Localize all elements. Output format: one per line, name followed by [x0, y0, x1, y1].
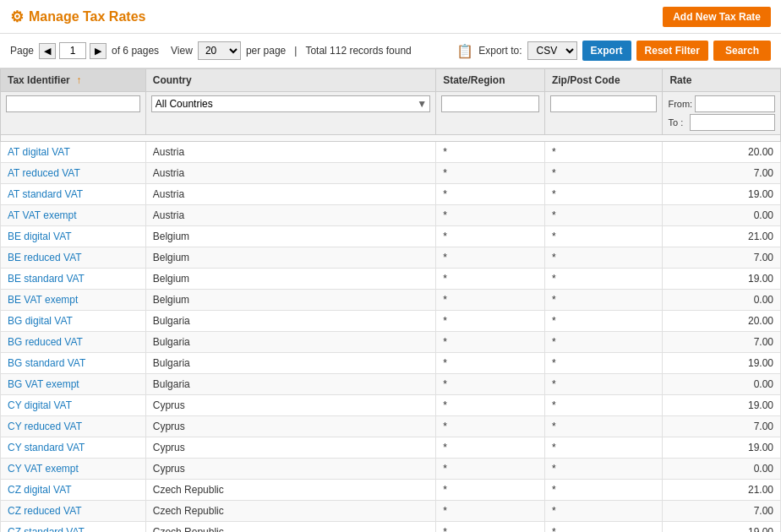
- filter-zip-input[interactable]: [550, 95, 658, 112]
- tax-identifier-link[interactable]: AT standard VAT: [8, 188, 83, 200]
- state-cell: *: [436, 437, 545, 459]
- col-tax-identifier[interactable]: Tax Identifier ↑: [1, 69, 146, 92]
- country-cell: Austria: [145, 163, 435, 184]
- tax-identifier-cell: BG reduced VAT: [1, 332, 146, 353]
- rate-cell: 20.00: [663, 142, 781, 163]
- tax-identifier-cell: BG standard VAT: [1, 353, 146, 374]
- zip-cell: *: [544, 437, 663, 459]
- toolbar-left: Page ◀ ▶ of 6 pages View 20 50 100 200 p…: [10, 41, 450, 60]
- export-label: Export to:: [478, 45, 522, 57]
- next-page-button[interactable]: ▶: [90, 43, 106, 59]
- rate-to-label: To :: [668, 117, 686, 128]
- tax-identifier-cell: BG digital VAT: [1, 311, 146, 332]
- tax-identifier-link[interactable]: BE standard VAT: [8, 273, 85, 285]
- filter-tax-identifier-input[interactable]: [6, 95, 140, 112]
- state-cell: *: [436, 480, 545, 501]
- col-state-region[interactable]: State/Region: [436, 69, 545, 92]
- reset-filter-button[interactable]: Reset Filter: [636, 41, 708, 61]
- tax-identifier-link[interactable]: AT digital VAT: [8, 146, 70, 158]
- zip-cell: *: [544, 311, 663, 332]
- tax-identifier-link[interactable]: BG VAT exempt: [8, 378, 79, 390]
- country-cell: Belgium: [145, 247, 435, 269]
- rate-cell: 7.00: [663, 163, 781, 184]
- country-cell: Belgium: [145, 269, 435, 290]
- page-nav: ◀ ▶: [39, 42, 106, 59]
- table-row: AT VAT exemptAustria**0.00: [1, 205, 781, 226]
- filter-state-input[interactable]: [441, 95, 539, 112]
- zip-cell: *: [544, 332, 663, 353]
- tax-identifier-link[interactable]: CZ digital VAT: [8, 484, 72, 496]
- page-header: ⚙ Manage Tax Rates Add New Tax Rate: [0, 0, 781, 34]
- tax-identifier-cell: BE VAT exempt: [1, 290, 146, 311]
- add-new-tax-rate-button[interactable]: Add New Tax Rate: [663, 7, 771, 27]
- table-row: BG reduced VATBulgaria**7.00: [1, 332, 781, 353]
- state-cell: *: [436, 247, 545, 269]
- rate-cell: 19.00: [663, 269, 781, 290]
- per-page-select[interactable]: 20 50 100 200: [198, 41, 241, 60]
- spacer-row: [1, 135, 781, 142]
- filter-country-cell: All Countries Austria Belgium Bulgaria C…: [145, 92, 435, 135]
- zip-cell: *: [544, 269, 663, 290]
- rate-cell: 7.00: [663, 247, 781, 269]
- tax-identifier-link[interactable]: BG standard VAT: [8, 357, 85, 369]
- tax-identifier-link[interactable]: BG digital VAT: [8, 315, 73, 327]
- export-format-select[interactable]: CSV XML: [527, 41, 577, 60]
- rate-cell: 7.00: [663, 332, 781, 353]
- tax-identifier-link[interactable]: CY digital VAT: [8, 399, 72, 411]
- tax-identifier-link[interactable]: BE reduced VAT: [8, 252, 82, 263]
- rate-from-label: From:: [668, 99, 691, 109]
- export-icon: 📋: [456, 43, 473, 59]
- rate-cell: 21.00: [663, 480, 781, 501]
- tax-identifier-cell: AT standard VAT: [1, 184, 146, 205]
- tax-identifier-link[interactable]: CY reduced VAT: [8, 421, 82, 432]
- state-cell: *: [436, 142, 545, 163]
- rate-cell: 19.00: [663, 353, 781, 374]
- tax-identifier-cell: BE digital VAT: [1, 226, 146, 247]
- col-rate[interactable]: Rate: [663, 69, 781, 92]
- tax-identifier-link[interactable]: BE digital VAT: [8, 231, 72, 242]
- tax-identifier-cell: BE reduced VAT: [1, 247, 146, 269]
- search-button[interactable]: Search: [713, 41, 771, 61]
- tax-identifier-cell: CZ digital VAT: [1, 480, 146, 501]
- page-number-input[interactable]: [59, 42, 86, 59]
- col-zip-post-code[interactable]: Zip/Post Code: [544, 69, 663, 92]
- tax-identifier-link[interactable]: AT VAT exempt: [8, 209, 77, 221]
- toolbar: Page ◀ ▶ of 6 pages View 20 50 100 200 p…: [0, 34, 781, 68]
- tax-identifier-link[interactable]: BE VAT exempt: [8, 294, 78, 306]
- table-row: AT digital VATAustria**20.00: [1, 142, 781, 163]
- tax-rates-table-container: Tax Identifier ↑ Country State/Region Zi…: [0, 68, 781, 532]
- tax-identifier-link[interactable]: CY standard VAT: [8, 442, 85, 453]
- tax-identifier-link[interactable]: CZ standard VAT: [8, 526, 85, 532]
- filter-rate-cell: From: To :: [663, 92, 781, 135]
- filter-country-select[interactable]: All Countries Austria Belgium Bulgaria C…: [151, 95, 430, 112]
- rate-from-input[interactable]: [695, 95, 775, 112]
- page-title-group: ⚙ Manage Tax Rates: [10, 8, 145, 26]
- sort-arrow-icon: ↑: [76, 74, 81, 86]
- zip-cell: *: [544, 374, 663, 395]
- prev-page-button[interactable]: ◀: [39, 43, 56, 59]
- country-cell: Austria: [145, 184, 435, 205]
- country-cell: Austria: [145, 142, 435, 163]
- rate-to-input[interactable]: [690, 114, 775, 131]
- rate-filter: From: To :: [668, 95, 775, 131]
- zip-cell: *: [544, 501, 663, 522]
- table-row: AT standard VATAustria**19.00: [1, 184, 781, 205]
- rate-cell: 0.00: [663, 205, 781, 226]
- zip-cell: *: [544, 163, 663, 184]
- tax-identifier-cell: CY standard VAT: [1, 437, 146, 459]
- tax-identifier-link[interactable]: BG reduced VAT: [8, 336, 83, 348]
- tax-identifier-cell: CZ standard VAT: [1, 522, 146, 533]
- zip-cell: *: [544, 226, 663, 247]
- state-cell: *: [436, 311, 545, 332]
- state-cell: *: [436, 226, 545, 247]
- tax-identifier-link[interactable]: CY VAT exempt: [8, 463, 79, 475]
- tax-identifier-cell: BE standard VAT: [1, 269, 146, 290]
- country-cell: Cyprus: [145, 459, 435, 480]
- view-label: View: [171, 45, 193, 57]
- export-button[interactable]: Export: [582, 41, 631, 61]
- country-cell: Austria: [145, 205, 435, 226]
- col-country[interactable]: Country: [145, 69, 435, 92]
- tax-identifier-link[interactable]: AT reduced VAT: [8, 167, 80, 179]
- tax-identifier-link[interactable]: CZ reduced VAT: [8, 505, 82, 517]
- rate-cell: 7.00: [663, 416, 781, 437]
